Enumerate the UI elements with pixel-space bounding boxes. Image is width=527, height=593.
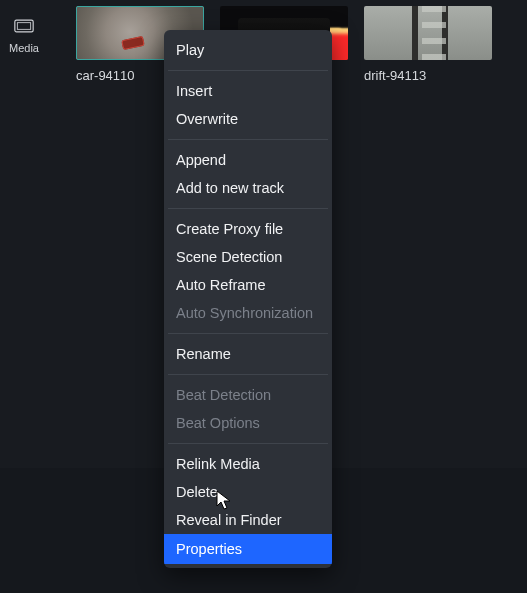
menu-properties[interactable]: Properties [164, 534, 332, 564]
context-menu: Play Insert Overwrite Append Add to new … [164, 30, 332, 568]
menu-append[interactable]: Append [164, 146, 332, 174]
menu-relink-media[interactable]: Relink Media [164, 450, 332, 478]
clip-item[interactable]: drift-94113 [364, 6, 492, 83]
menu-separator [168, 374, 328, 375]
menu-separator [168, 139, 328, 140]
menu-reveal-in-finder[interactable]: Reveal in Finder [164, 506, 332, 534]
menu-play[interactable]: Play [164, 36, 332, 64]
menu-separator [168, 443, 328, 444]
menu-create-proxy[interactable]: Create Proxy file [164, 215, 332, 243]
menu-separator [168, 208, 328, 209]
menu-auto-sync: Auto Synchronization [164, 299, 332, 327]
menu-beat-detection: Beat Detection [164, 381, 332, 409]
media-tab-label: Media [9, 42, 39, 54]
menu-separator [168, 333, 328, 334]
clip-caption: drift-94113 [364, 68, 492, 83]
media-icon [14, 18, 34, 38]
clip-thumbnail [364, 6, 492, 60]
menu-scene-detection[interactable]: Scene Detection [164, 243, 332, 271]
menu-add-to-new-track[interactable]: Add to new track [164, 174, 332, 202]
menu-separator [168, 70, 328, 71]
menu-insert[interactable]: Insert [164, 77, 332, 105]
menu-delete[interactable]: Delete [164, 478, 332, 506]
sidebar: Media [0, 0, 48, 70]
menu-rename[interactable]: Rename [164, 340, 332, 368]
menu-beat-options: Beat Options [164, 409, 332, 437]
media-tab[interactable]: Media [0, 0, 48, 54]
menu-overwrite[interactable]: Overwrite [164, 105, 332, 133]
menu-auto-reframe[interactable]: Auto Reframe [164, 271, 332, 299]
svg-rect-1 [17, 23, 30, 30]
